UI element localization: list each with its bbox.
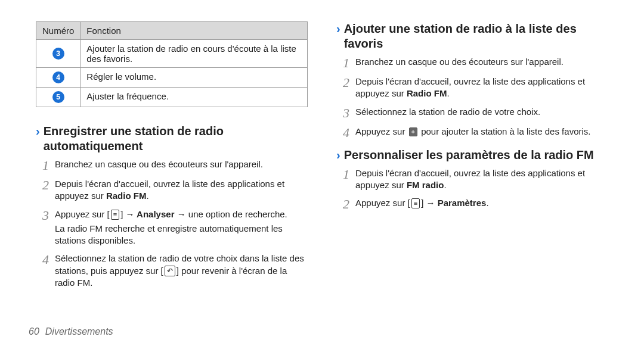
bold-analyser: Analyser	[134, 209, 177, 219]
steps-list: 1 Depuis l'écran d'accueil, ouvrez la li…	[336, 167, 608, 211]
row-number-cell: 4	[36, 68, 80, 88]
footer-section-name: Divertissements	[45, 326, 113, 337]
step-text: Depuis l'écran d'accueil, ouvrez la list…	[355, 76, 608, 100]
number-badge-4: 4	[52, 71, 64, 83]
section-title: Enregistrer une station de radio automat…	[44, 124, 308, 154]
row-number-cell: 3	[36, 40, 80, 68]
steps-list: 1 Branchez un casque ou des écouteurs su…	[36, 158, 308, 289]
section-customize: › Personnaliser les paramètres de la rad…	[336, 148, 608, 211]
step-4: 4 Appuyez sur pour ajouter la station à …	[339, 126, 608, 139]
plus-key-icon	[409, 127, 417, 136]
col-header-number: Numéro	[36, 22, 80, 40]
back-key-icon	[165, 266, 175, 276]
step-number: 1	[339, 56, 349, 70]
step-text: Sélectionnez la station de radio de votr…	[55, 253, 308, 289]
section-heading: › Personnaliser les paramètres de la rad…	[336, 148, 608, 163]
step-2: 2 Appuyez sur [] → Paramètres.	[339, 197, 608, 211]
step-number: 3	[38, 208, 49, 222]
step-2: 2 Depuis l'écran d'accueil, ouvrez la li…	[38, 178, 308, 202]
step-text: Appuyez sur [] → Paramètres.	[355, 197, 489, 209]
row-function-cell: Régler le volume.	[80, 68, 308, 88]
row-function-cell: Ajuster la fréquence.	[80, 88, 308, 107]
bold-radio-fm: Radio FM	[407, 88, 447, 98]
row-number-cell: 5	[36, 88, 80, 107]
menu-key-icon	[411, 198, 420, 208]
step-text: Depuis l'écran d'accueil, ouvrez la list…	[55, 178, 308, 202]
step-1: 1 Depuis l'écran d'accueil, ouvrez la li…	[339, 167, 608, 192]
table-row: 3 Ajouter la station de radio en cours d…	[36, 40, 308, 68]
step-2: 2 Depuis l'écran d'accueil, ouvrez la li…	[339, 76, 608, 100]
chevron-icon: ›	[336, 21, 340, 36]
page: Numéro Fonction 3 Ajouter la station de …	[0, 0, 644, 349]
step-3: 3 Appuyez sur [] → Analyser → une option…	[38, 208, 308, 247]
step-number: 4	[38, 253, 49, 266]
function-table: Numéro Fonction 3 Ajouter la station de …	[36, 21, 308, 107]
step-number: 2	[38, 178, 49, 192]
chevron-icon: ›	[36, 124, 40, 138]
table-header-row: Numéro Fonction	[36, 22, 308, 40]
step-text: Sélectionnez la station de radio de votr…	[355, 106, 540, 118]
step-1: 1 Branchez un casque ou des écouteurs su…	[38, 158, 308, 172]
section-auto-record: › Enregistrer une station de radio autom…	[36, 124, 308, 289]
row-function-cell: Ajouter la station de radio en cours d'é…	[80, 40, 308, 68]
step-number: 4	[339, 126, 349, 139]
step-text: Branchez un casque ou des écouteurs sur …	[55, 158, 263, 170]
step-number: 2	[339, 76, 349, 89]
left-column: Numéro Fonction 3 Ajouter la station de …	[29, 21, 322, 332]
step-number: 1	[339, 167, 349, 181]
step-text: Appuyez sur pour ajouter la station à la…	[355, 126, 590, 138]
section-heading: › Ajouter une station de radio à la list…	[336, 21, 608, 51]
step-note: La radio FM recherche et enregistre auto…	[55, 223, 308, 247]
bold-fm-radio: FM radio	[407, 180, 444, 190]
col-header-function: Fonction	[80, 22, 308, 40]
steps-list: 1 Branchez un casque ou des écouteurs su…	[336, 56, 608, 139]
table-row: 4 Régler le volume.	[36, 68, 308, 88]
right-column: › Ajouter une station de radio à la list…	[322, 21, 615, 332]
step-number: 2	[339, 197, 349, 211]
step-text: Branchez un casque ou des écouteurs sur …	[355, 56, 564, 68]
number-badge-5: 5	[52, 91, 64, 103]
chevron-icon: ›	[336, 148, 340, 162]
bold-radio-fm: Radio FM	[106, 191, 147, 201]
step-number: 3	[339, 106, 349, 120]
step-1: 1 Branchez un casque ou des écouteurs su…	[339, 56, 608, 70]
bold-parametres: Paramètres	[435, 198, 486, 208]
step-4: 4 Sélectionnez la station de radio de vo…	[38, 253, 308, 289]
step-text: Appuyez sur [] → Analyser → une option d…	[55, 208, 308, 247]
section-heading: › Enregistrer une station de radio autom…	[36, 124, 308, 154]
section-title: Personnaliser les paramètres de la radio…	[344, 148, 594, 163]
step-3: 3 Sélectionnez la station de radio de vo…	[339, 106, 608, 120]
section-add-favorite: › Ajouter une station de radio à la list…	[336, 21, 608, 139]
step-text: Depuis l'écran d'accueil, ouvrez la list…	[355, 167, 608, 192]
number-badge-3: 3	[52, 48, 64, 60]
table-row: 5 Ajuster la fréquence.	[36, 88, 308, 107]
step-number: 1	[38, 158, 49, 172]
menu-key-icon	[111, 210, 119, 220]
page-number: 60	[29, 326, 39, 337]
page-footer: 60 Divertissements	[29, 326, 113, 337]
section-title: Ajouter une station de radio à la liste …	[344, 21, 608, 51]
